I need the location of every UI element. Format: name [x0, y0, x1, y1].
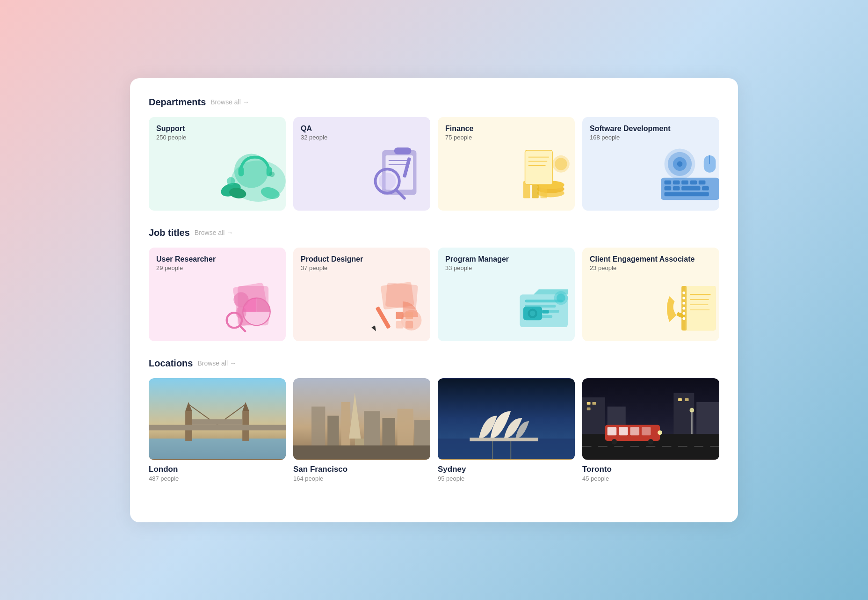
svg-rect-107	[293, 445, 430, 459]
svg-rect-61	[396, 321, 404, 328]
svg-rect-121	[592, 402, 596, 404]
location-count-sf: 164 people	[293, 475, 430, 482]
dept-count-qa: 32 people	[301, 134, 327, 141]
jobtitle-count-engagement: 23 people	[590, 264, 694, 271]
jobtitle-card-researcher[interactable]: User Researcher 29 people	[149, 248, 286, 341]
dept-name-support: Support	[156, 124, 186, 133]
location-count-toronto: 45 people	[582, 475, 719, 482]
svg-rect-75	[685, 286, 716, 330]
dept-name-software: Software Development	[590, 124, 670, 133]
svg-point-130	[612, 439, 617, 444]
svg-point-77	[683, 291, 686, 294]
svg-rect-33	[681, 180, 688, 184]
location-name-sf: San Francisco	[293, 465, 430, 474]
location-img-sydney	[438, 378, 575, 460]
job-titles-title: Job titles	[149, 227, 190, 238]
dept-count-finance: 75 people	[445, 134, 473, 141]
location-img-london	[149, 378, 286, 460]
locations-browse-all[interactable]: Browse all →	[197, 359, 236, 367]
svg-rect-32	[673, 180, 680, 184]
jobtitle-name-researcher: User Researcher	[156, 255, 216, 263]
svg-point-50	[234, 292, 249, 307]
svg-point-80	[683, 307, 686, 309]
sydney-svg	[438, 378, 575, 460]
jobtitle-count-researcher: 29 people	[156, 264, 216, 271]
svg-rect-88	[149, 439, 286, 459]
svg-rect-96	[192, 419, 242, 424]
jobtitle-card-manager[interactable]: Program Manager 33 people	[438, 248, 575, 341]
svg-rect-123	[678, 398, 682, 401]
engagement-illustration	[616, 262, 719, 341]
location-card-sf[interactable]: San Francisco 164 people	[293, 378, 430, 482]
dept-card-software[interactable]: Software Development 168 people	[582, 117, 719, 211]
locations-title: Locations	[149, 358, 193, 369]
job-titles-browse-all[interactable]: Browse all →	[195, 229, 233, 236]
svg-point-132	[658, 430, 662, 435]
location-img-sf	[293, 378, 430, 460]
svg-point-29	[555, 158, 567, 170]
dept-count-software: 168 people	[590, 134, 670, 141]
svg-rect-95	[149, 424, 286, 430]
main-card: Departments Browse all → Support 250 peo…	[130, 78, 738, 522]
svg-point-73	[557, 293, 565, 302]
location-card-london[interactable]: London 487 people	[149, 378, 286, 482]
svg-rect-31	[665, 180, 672, 184]
dept-card-qa[interactable]: QA 32 people	[293, 117, 430, 211]
software-illustration	[616, 131, 719, 211]
arrow-icon: →	[243, 98, 249, 106]
svg-rect-36	[665, 186, 672, 190]
svg-point-79	[683, 301, 686, 304]
support-illustration	[183, 131, 286, 211]
locations-grid: London 487 people	[149, 378, 719, 482]
job-titles-section: Job titles Browse all → User Researcher …	[149, 227, 719, 341]
location-count-sydney: 95 people	[438, 475, 575, 482]
dept-count-support: 250 people	[156, 134, 186, 141]
jobtitle-card-designer[interactable]: Product Designer 37 people	[293, 248, 430, 341]
svg-line-53	[240, 326, 246, 331]
jobtitle-name-engagement: Client Engagement Associate	[590, 255, 694, 263]
svg-point-7	[227, 177, 235, 185]
jobtitle-name-designer: Product Designer	[301, 255, 363, 263]
svg-rect-40	[665, 192, 709, 196]
location-name-sydney: Sydney	[438, 465, 575, 474]
departments-section: Departments Browse all → Support 250 peo…	[149, 97, 719, 211]
svg-rect-59	[396, 311, 404, 319]
svg-rect-129	[642, 427, 651, 435]
job-titles-grid: User Researcher 29 people	[149, 248, 719, 341]
svg-rect-120	[587, 402, 591, 404]
svg-rect-39	[702, 186, 709, 190]
departments-title: Departments	[149, 97, 206, 108]
svg-rect-34	[690, 180, 697, 184]
svg-rect-118	[673, 393, 694, 434]
departments-grid: Support 250 people	[149, 117, 719, 211]
location-card-sydney[interactable]: Sydney 95 people	[438, 378, 575, 482]
sf-svg	[293, 378, 430, 460]
svg-rect-71	[542, 310, 549, 313]
svg-point-81	[683, 312, 686, 315]
jobtitle-card-engagement[interactable]: Client Engagement Associate 23 people	[582, 248, 719, 341]
dept-name-finance: Finance	[445, 124, 473, 133]
svg-rect-128	[630, 427, 640, 435]
dept-card-support[interactable]: Support 250 people	[149, 117, 286, 211]
dept-name-qa: QA	[301, 124, 327, 133]
arrow-icon: →	[230, 359, 236, 367]
departments-browse-all[interactable]: Browse all →	[210, 98, 249, 106]
svg-point-82	[683, 317, 686, 320]
svg-rect-11	[394, 147, 412, 154]
svg-rect-126	[608, 427, 617, 435]
manager-illustration	[472, 262, 575, 341]
svg-rect-110	[470, 438, 538, 441]
dept-card-finance[interactable]: Finance 75 people	[438, 117, 575, 211]
svg-point-8	[269, 171, 275, 177]
location-name-toronto: Toronto	[582, 465, 719, 474]
location-count-london: 487 people	[149, 475, 286, 482]
arrow-icon: →	[226, 229, 233, 236]
svg-rect-109	[438, 439, 575, 459]
researcher-illustration	[183, 262, 286, 341]
svg-point-78	[683, 296, 686, 299]
location-card-toronto[interactable]: Toronto 45 people	[582, 378, 719, 482]
toronto-svg	[582, 378, 719, 460]
svg-rect-62	[405, 321, 413, 328]
svg-rect-38	[681, 186, 700, 190]
svg-rect-60	[405, 311, 413, 319]
